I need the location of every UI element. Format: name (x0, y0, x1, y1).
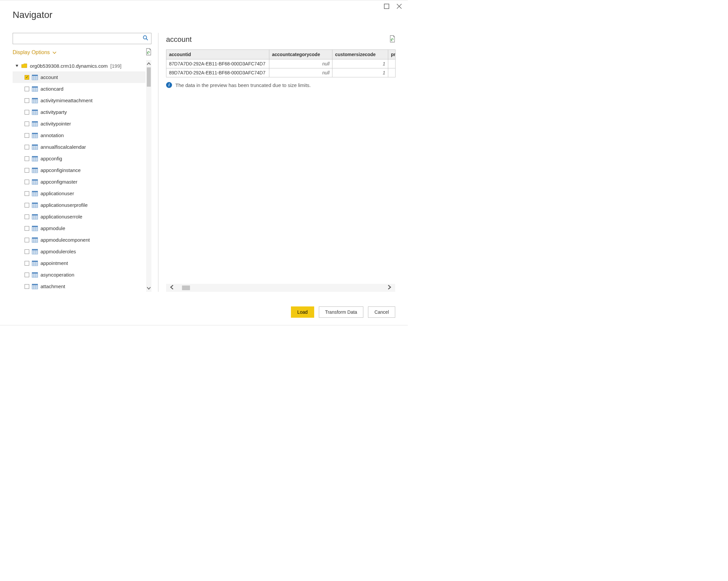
tree-item-appconfiginstance[interactable]: appconfiginstance (12, 164, 146, 176)
transform-data-button[interactable]: Transform Data (319, 307, 364, 318)
svg-point-3 (144, 36, 147, 39)
checkbox[interactable] (25, 133, 29, 138)
checkbox[interactable] (25, 87, 29, 91)
checkbox[interactable] (25, 203, 29, 208)
checkbox[interactable] (25, 110, 29, 114)
hscroll-thumb[interactable] (182, 286, 190, 290)
tree-item-label: appmodule (41, 226, 65, 231)
col-customersizecode[interactable]: customersizecode (333, 50, 388, 59)
tree-item-annotation[interactable]: annotation (12, 130, 146, 141)
preview-hscrollbar[interactable] (166, 284, 395, 292)
tree-item-appmoduleroles[interactable]: appmoduleroles (12, 246, 146, 257)
col-accountcategorycode[interactable]: accountcategorycode (269, 50, 333, 59)
tree-scrollbar[interactable] (146, 60, 152, 292)
info-message: The data in the preview has been truncat… (175, 82, 311, 88)
checkbox[interactable] (25, 261, 29, 266)
table-icon (32, 121, 38, 127)
checkbox[interactable] (25, 226, 29, 231)
table-icon (32, 203, 38, 208)
tree-item-applicationuserrole[interactable]: applicationuserrole (12, 211, 146, 222)
checkbox[interactable] (25, 214, 29, 219)
svg-rect-26 (32, 110, 38, 111)
table-icon (32, 75, 38, 80)
tree-item-label: annualfiscalcalendar (41, 144, 86, 150)
tree-root-count: [199] (110, 63, 121, 69)
tree-item-label: asyncoperation (41, 272, 74, 278)
tree-item-actioncard[interactable]: actioncard (12, 83, 146, 95)
refresh-page-icon[interactable] (146, 48, 152, 57)
scroll-right-icon[interactable] (387, 285, 391, 291)
svg-rect-68 (32, 191, 38, 192)
checkbox[interactable] (25, 168, 29, 173)
svg-rect-44 (32, 144, 38, 146)
search-icon[interactable] (142, 35, 149, 42)
col-truncated[interactable]: pr (388, 50, 395, 59)
tree-item-annualfiscalcalendar[interactable]: annualfiscalcalendar (12, 141, 146, 153)
cell-customersizecode: 1 (333, 69, 388, 77)
svg-rect-32 (32, 121, 38, 123)
checkbox[interactable] (25, 249, 29, 254)
checkbox[interactable] (25, 272, 29, 277)
tree-item-activitymimeattachment[interactable]: activitymimeattachment (12, 95, 146, 106)
scroll-left-icon[interactable] (170, 285, 174, 291)
tree-item-label: appconfig (41, 156, 62, 161)
display-options-dropdown[interactable]: Display Options (12, 50, 56, 55)
collapse-icon[interactable] (15, 63, 19, 69)
tree-root[interactable]: org0b539308.crm10.dynamics.com [199] (12, 60, 146, 71)
tree-item-label: appmodulecomponent (41, 237, 90, 243)
tree-item-label: appmoduleroles (41, 249, 76, 254)
tree-item-applicationuser[interactable]: applicationuser (12, 188, 146, 199)
scroll-down-icon[interactable] (146, 285, 152, 292)
checkbox[interactable] (25, 180, 29, 184)
tree-item-activityparty[interactable]: activityparty (12, 106, 146, 118)
table-icon (32, 261, 38, 266)
table-icon (32, 272, 38, 278)
cell-accountcategorycode: null (269, 69, 333, 77)
tree-item-activitypointer[interactable]: activitypointer (12, 118, 146, 130)
table-icon (32, 179, 38, 185)
table-icon (32, 191, 38, 196)
tree-item-asyncoperation[interactable]: asyncoperation (12, 269, 146, 281)
load-button[interactable]: Load (291, 307, 314, 318)
checkbox[interactable] (25, 238, 29, 242)
close-icon[interactable] (396, 4, 402, 9)
tree-item-account[interactable]: account (12, 71, 146, 83)
tree-item-appointment[interactable]: appointment (12, 257, 146, 269)
search-input[interactable] (13, 33, 151, 44)
tree-item-label: actioncard (41, 86, 63, 91)
tree-item-appconfig[interactable]: appconfig (12, 153, 146, 164)
table-row[interactable]: 87D7A7D0-292A-EB11-BF68-000D3AFC74D7 nul… (166, 59, 395, 69)
checkbox[interactable] (25, 156, 29, 161)
tree-item-label: account (41, 74, 58, 80)
col-accountid[interactable]: accountid (166, 50, 269, 59)
checkbox[interactable] (25, 98, 29, 103)
svg-rect-116 (32, 284, 38, 285)
tree-item-appconfigmaster[interactable]: appconfigmaster (12, 176, 146, 188)
svg-rect-92 (32, 237, 38, 239)
tree-item-label: appointment (41, 260, 68, 266)
tree-item-appmodule[interactable]: appmodule (12, 222, 146, 234)
svg-rect-86 (32, 226, 38, 227)
tree-item-label: activityparty (41, 109, 67, 115)
search-box[interactable] (12, 33, 152, 44)
scroll-up-icon[interactable] (146, 60, 152, 68)
checkbox[interactable] (25, 145, 29, 150)
cancel-button[interactable]: Cancel (368, 307, 395, 318)
svg-rect-50 (32, 156, 38, 157)
cell-accountid: 89D7A7D0-292A-EB11-BF68-000D3AFC74D7 (166, 69, 269, 77)
checkbox[interactable] (25, 75, 29, 80)
checkbox[interactable] (25, 284, 29, 289)
checkbox[interactable] (25, 191, 29, 196)
checkbox[interactable] (25, 122, 29, 126)
tree-item-attachment[interactable]: attachment (12, 281, 146, 292)
refresh-preview-icon[interactable] (389, 35, 395, 44)
scroll-thumb[interactable] (147, 68, 151, 87)
tree-item-applicationuserprofile[interactable]: applicationuserprofile (12, 199, 146, 211)
tree-root-label: org0b539308.crm10.dynamics.com (30, 63, 108, 69)
tree-item-appmodulecomponent[interactable]: appmodulecomponent (12, 234, 146, 246)
panel-divider (158, 33, 158, 292)
table-row[interactable]: 89D7A7D0-292A-EB11-BF68-000D3AFC74D7 nul… (166, 69, 395, 77)
maximize-icon[interactable] (384, 4, 389, 9)
table-header-row: accountid accountcategorycode customersi… (166, 50, 395, 59)
tree-item-label: applicationuserprofile (41, 202, 88, 208)
